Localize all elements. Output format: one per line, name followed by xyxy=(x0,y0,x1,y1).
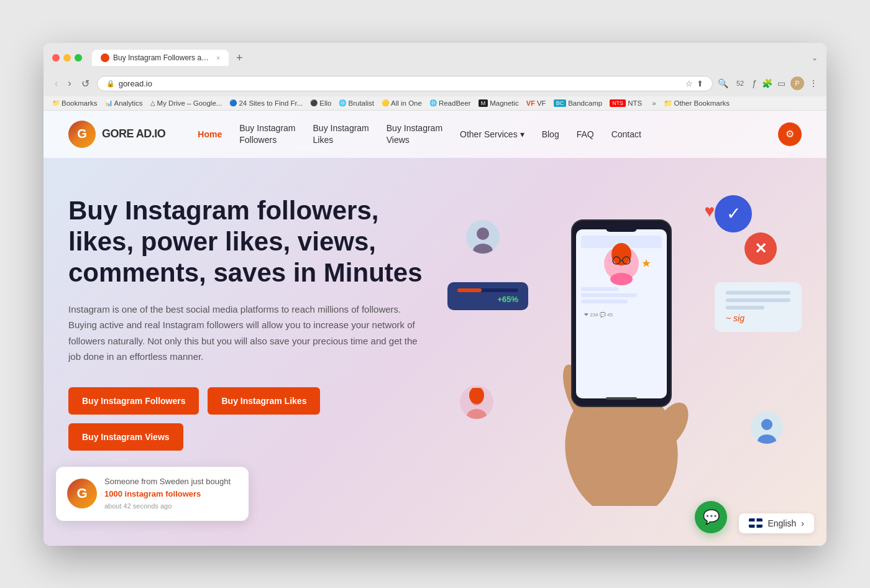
close-button[interactable] xyxy=(52,54,60,62)
expand-button[interactable]: ⌄ xyxy=(812,53,818,62)
notification-logo: G xyxy=(67,479,97,508)
bookmark-analytics[interactable]: 📊 Analytics xyxy=(105,99,143,107)
svg-text:❤ 234  💬 45: ❤ 234 💬 45 xyxy=(584,311,613,318)
bookmark-label: Bandcamp xyxy=(568,99,602,107)
notification-popup: G Someone from Sweden just bought 1000 i… xyxy=(56,467,249,521)
nav-likes[interactable]: Buy InstagramLikes xyxy=(313,122,369,145)
notification-prefix: Someone from Sweden just bought xyxy=(104,477,231,486)
bookmark-readbeer[interactable]: 🌐 ReadBeer xyxy=(429,99,471,107)
floating-avatar-1 xyxy=(466,220,500,254)
notification-link[interactable]: 1000 instagram followers xyxy=(104,489,201,498)
nav-other-services[interactable]: Other Services ▾ xyxy=(460,129,524,139)
new-tab-button[interactable]: + xyxy=(231,49,248,67)
hero-left: Buy Instagram followers, likes, power li… xyxy=(68,183,429,494)
chat-icon: 💬 xyxy=(703,509,720,525)
card-content xyxy=(726,291,790,310)
bookmark-magnetic[interactable]: M Magnetic xyxy=(478,99,519,107)
tab-close-button[interactable]: × xyxy=(216,55,220,62)
heart-icon: ♥ xyxy=(704,201,715,221)
progress-card: +65% xyxy=(447,282,528,310)
reload-button[interactable]: ↺ xyxy=(79,76,92,91)
site-logo[interactable]: G GORE AD.IO xyxy=(68,121,165,148)
progress-value: +65% xyxy=(457,295,518,304)
bookmark-brutalist[interactable]: 🌐 Brutalist xyxy=(339,99,374,107)
hero-section: Buy Instagram followers, likes, power li… xyxy=(44,158,826,518)
checkmark-icon: ✓ xyxy=(715,195,752,232)
bookmark-ello[interactable]: ⚫ Ello xyxy=(310,99,331,107)
dropdown-arrow-icon: ▾ xyxy=(520,129,524,139)
extensions-icon[interactable]: 🧩 xyxy=(762,76,772,90)
buy-followers-button[interactable]: Buy Instagram Followers xyxy=(68,387,199,415)
share-icon: ⬆ xyxy=(697,79,703,88)
readbeer-icon: 🌐 xyxy=(429,99,437,106)
language-label: English xyxy=(767,518,796,528)
bookmark-label: Brutalist xyxy=(348,99,374,107)
badge-icon[interactable]: 52 xyxy=(733,76,747,90)
bookmark-24sites[interactable]: 🔵 24 Sites to Find Fr... xyxy=(229,99,303,107)
progress-bar-fill xyxy=(457,288,482,292)
bookmark-allinone[interactable]: 🟡 All in One xyxy=(382,99,422,107)
card-line-1 xyxy=(726,291,790,295)
bookmarks-more[interactable]: » xyxy=(652,99,656,107)
folder-icon: 📁 xyxy=(52,99,60,106)
settings-button[interactable]: ⚙ xyxy=(778,122,802,146)
phone-illustration: ❤ 234 💬 45 xyxy=(516,183,715,481)
profile-icon[interactable]: P xyxy=(790,76,804,90)
bookmark-label: Magnetic xyxy=(490,99,519,107)
svg-rect-21 xyxy=(581,300,628,303)
other-bookmarks[interactable]: 📁 Other Bookmarks xyxy=(664,99,730,108)
bookmark-gdrive[interactable]: △ My Drive – Google... xyxy=(150,99,222,107)
language-selector[interactable]: English › xyxy=(739,513,814,533)
magnetic-icon: M xyxy=(478,99,488,107)
analytics-icon: 📊 xyxy=(105,99,112,106)
nav-followers[interactable]: Buy InstagramFollowers xyxy=(239,122,295,145)
nav-faq[interactable]: FAQ xyxy=(577,129,594,139)
brutalist-icon: 🌐 xyxy=(339,99,346,106)
nav-links: Home Buy InstagramFollowers Buy Instagra… xyxy=(198,122,758,145)
forward-button[interactable]: › xyxy=(65,76,73,90)
bookmark-vf[interactable]: VF VF xyxy=(526,99,546,107)
notification-text: Someone from Sweden just bought 1000 ins… xyxy=(104,475,237,512)
sidebar-icon[interactable]: ▭ xyxy=(777,76,785,90)
website-content: G GORE AD.IO Home Buy InstagramFollowers… xyxy=(44,111,826,546)
minimize-button[interactable] xyxy=(63,54,71,62)
address-bar: ‹ › ↺ 🔒 goread.io ☆ ⬆ 🔍 52 ƒ 🧩 ▭ P ⋮ xyxy=(44,72,826,96)
bookmark-label: 24 Sites to Find Fr... xyxy=(239,99,303,107)
back-button[interactable]: ‹ xyxy=(52,76,60,90)
nav-home[interactable]: Home xyxy=(198,129,222,139)
allinone-icon: 🟡 xyxy=(382,99,389,106)
other-bookmarks-icon: 📁 xyxy=(664,99,672,108)
svg-point-29 xyxy=(758,434,776,444)
svg-point-14 xyxy=(610,273,633,285)
floating-avatar-2 xyxy=(460,385,493,419)
browser-window: Buy Instagram Followers and L... × + ⌄ ‹… xyxy=(44,43,826,546)
bookmark-nts[interactable]: NTS NTS xyxy=(610,99,642,107)
card-signature: ~ sig xyxy=(726,313,790,323)
nav-views[interactable]: Buy InstagramViews xyxy=(387,122,442,145)
url-bar[interactable]: 🔒 goread.io ☆ ⬆ xyxy=(97,76,713,91)
search-icon[interactable]: 🔍 xyxy=(718,76,728,90)
hero-buttons: Buy Instagram Followers Buy Instagram Li… xyxy=(68,387,429,451)
chat-button[interactable]: 💬 xyxy=(695,501,727,533)
hero-illustration: ❤ 234 💬 45 ✓ ♥ ✕ xyxy=(429,183,802,494)
bookmark-bookmarks[interactable]: 📁 Bookmarks xyxy=(52,99,98,107)
buy-likes-button[interactable]: Buy Instagram Likes xyxy=(208,387,320,415)
site-nav: G GORE AD.IO Home Buy InstagramFollowers… xyxy=(44,111,826,158)
logo-text: GORE AD.IO xyxy=(102,127,165,140)
edit-icon[interactable]: ƒ xyxy=(752,76,757,90)
bookmark-bandcamp[interactable]: BC Bandcamp xyxy=(554,99,603,107)
bookmarks-bar: 📁 Bookmarks 📊 Analytics △ My Drive – Goo… xyxy=(44,96,826,111)
menu-button[interactable]: ⋮ xyxy=(809,76,818,90)
bookmark-label: All in One xyxy=(391,99,422,107)
notification-time: about 42 seconds ago xyxy=(104,502,172,510)
nav-blog[interactable]: Blog xyxy=(542,129,559,139)
buy-views-button[interactable]: Buy Instagram Views xyxy=(68,423,183,451)
active-tab[interactable]: Buy Instagram Followers and L... × xyxy=(92,50,229,66)
nts-icon: NTS xyxy=(610,99,626,107)
svg-point-26 xyxy=(467,409,487,419)
svg-point-1 xyxy=(473,244,493,254)
hero-title: Buy Instagram followers, likes, power li… xyxy=(68,195,429,289)
maximize-button[interactable] xyxy=(75,54,82,62)
nav-contact[interactable]: Contact xyxy=(611,129,641,139)
url-text: goread.io xyxy=(119,79,682,88)
